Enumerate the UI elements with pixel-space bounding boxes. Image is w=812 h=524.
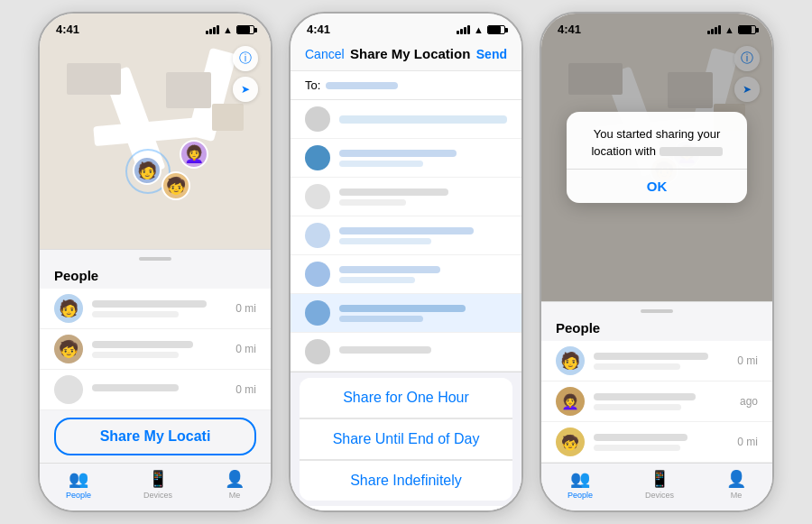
alert-body: You started sharing your location with <box>567 112 747 168</box>
person-distance: 0 mi <box>235 302 256 315</box>
tab-people-1[interactable]: 👥 People <box>66 469 91 500</box>
alert-text: You started sharing your location with <box>579 126 734 159</box>
panel-handle-3 <box>641 309 673 313</box>
person-row[interactable]: 🧒 0 mi <box>40 329 271 370</box>
contact-row[interactable] <box>291 333 521 372</box>
person-row[interactable]: 🧒 0 mi <box>541 422 772 463</box>
signal-icon <box>457 25 470 34</box>
action-cancel-button[interactable]: Cancel <box>300 506 512 510</box>
contact-thumb <box>305 300 330 326</box>
share-end-of-day-option[interactable]: Share Until End of Day <box>300 418 512 460</box>
cancel-button[interactable]: Cancel <box>305 47 345 61</box>
person-thumb: 🧒 <box>54 335 83 363</box>
tab-devices-3[interactable]: 📱 Devices <box>645 469 674 500</box>
me-icon: 👤 <box>225 469 245 489</box>
battery-icon <box>487 25 505 34</box>
person-thumb: 🧑 <box>54 294 83 323</box>
alert-ok-button[interactable]: OK <box>567 170 747 203</box>
contact-thumb <box>305 223 330 248</box>
avatar-user-3: 🧒 <box>161 171 190 200</box>
alert-box: You started sharing your location with O… <box>567 112 747 202</box>
phone-1: 4:41 ▲ 🧑 👩‍🦱 🧒 ⓘ ➤ <box>38 12 272 512</box>
avatar-user-1: 🧑 <box>133 156 161 185</box>
contact-thumb <box>305 106 330 132</box>
person-thumb: 🧒 <box>556 427 585 456</box>
tab-label: Me <box>229 491 241 500</box>
contact-thumb <box>305 145 330 170</box>
contact-list <box>291 100 521 372</box>
map-1: 🧑 👩‍🦱 🧒 ⓘ ➤ <box>40 14 271 249</box>
status-bar-2: 4:41 ▲ <box>291 14 521 36</box>
panel-title-3: People <box>541 320 772 341</box>
contact-thumb <box>305 339 330 364</box>
alert-btn-row: OK <box>567 169 747 203</box>
status-time-1: 4:41 <box>56 23 79 36</box>
person-row[interactable]: 🧑 0 mi <box>40 289 271 329</box>
tab-label: Devices <box>645 491 674 500</box>
person-info <box>92 300 235 317</box>
send-button[interactable]: Send <box>476 47 507 61</box>
action-options-group: Share for One Hour Share Until End of Da… <box>300 378 512 501</box>
person-info <box>594 393 740 410</box>
tab-me-3[interactable]: 👤 Me <box>726 469 746 500</box>
person-info <box>92 384 235 395</box>
tab-devices-1[interactable]: 📱 Devices <box>143 469 172 500</box>
person-row[interactable]: 👩‍🦱 ago <box>541 382 772 422</box>
compass-icon[interactable]: ➤ <box>233 77 258 102</box>
contact-row[interactable] <box>291 139 521 178</box>
avatar-user-2: 👩‍🦱 <box>180 140 208 169</box>
person-distance: 0 mi <box>235 383 256 396</box>
person-distance: 0 mi <box>235 343 256 355</box>
info-icon[interactable]: ⓘ <box>233 46 258 71</box>
contact-thumb <box>305 184 330 209</box>
tab-label: People <box>567 491 593 500</box>
person-info <box>594 434 737 451</box>
contact-row[interactable] <box>291 294 521 333</box>
person-info <box>92 341 235 358</box>
bottom-panel-1: People 🧑 0 mi 🧒 0 mi <box>40 249 271 510</box>
panel-handle <box>139 257 171 261</box>
contact-sheet: Cancel Share My Location Send To: <box>291 14 521 510</box>
devices-icon: 📱 <box>650 469 669 489</box>
tab-people-3[interactable]: 👥 People <box>567 469 593 500</box>
devices-icon: 📱 <box>148 469 168 489</box>
wifi-icon: ▲ <box>474 24 484 35</box>
person-distance: 0 mi <box>737 354 758 367</box>
contact-row[interactable] <box>291 178 521 216</box>
tab-label: Me <box>731 491 743 500</box>
share-my-location-button[interactable]: Share My Locati <box>54 418 256 455</box>
status-icons-1: ▲ <box>206 24 254 35</box>
to-label: To: <box>305 78 320 92</box>
tab-label: Devices <box>143 491 172 500</box>
alert-name-blur <box>660 147 723 156</box>
sheet-title: Share My Location <box>345 46 476 61</box>
tab-me-1[interactable]: 👤 Me <box>225 469 245 500</box>
person-thumb: 🧑 <box>556 346 585 375</box>
person-thumb <box>54 375 83 404</box>
phone-3: 4:41 ▲ 👩‍🦱 🧒 ⓘ ➤ <box>540 12 774 512</box>
me-icon: 👤 <box>726 469 746 489</box>
person-distance: ago <box>740 395 758 408</box>
alert-overlay: You started sharing your location with O… <box>541 14 772 301</box>
tab-label: People <box>66 491 91 500</box>
contact-row[interactable] <box>291 255 521 294</box>
wifi-icon: ▲ <box>223 24 233 35</box>
share-one-hour-option[interactable]: Share for One Hour <box>300 378 512 418</box>
contact-row[interactable] <box>291 216 521 255</box>
status-icons-2: ▲ <box>457 24 505 35</box>
tab-bar-3: 👥 People 📱 Devices 👤 Me <box>541 463 772 510</box>
person-info <box>594 353 737 370</box>
contact-row[interactable] <box>291 100 521 139</box>
status-bar-1: 4:41 ▲ <box>40 14 271 36</box>
people-icon: 👥 <box>69 469 88 489</box>
contact-thumb <box>305 262 330 287</box>
signal-icon <box>206 25 219 34</box>
status-time-2: 4:41 <box>307 23 330 36</box>
panel-title-1: People <box>40 268 271 289</box>
share-btn-container: Share My Locati <box>40 410 271 463</box>
person-row[interactable]: 🧑 0 mi <box>541 341 772 382</box>
action-sheet: Share for One Hour Share Until End of Da… <box>291 372 521 510</box>
map-3: 👩‍🦱 🧒 ⓘ ➤ You started sharing your locat… <box>541 14 772 301</box>
person-row[interactable]: 0 mi <box>40 370 271 410</box>
share-indefinitely-option[interactable]: Share Indefinitely <box>300 460 512 501</box>
